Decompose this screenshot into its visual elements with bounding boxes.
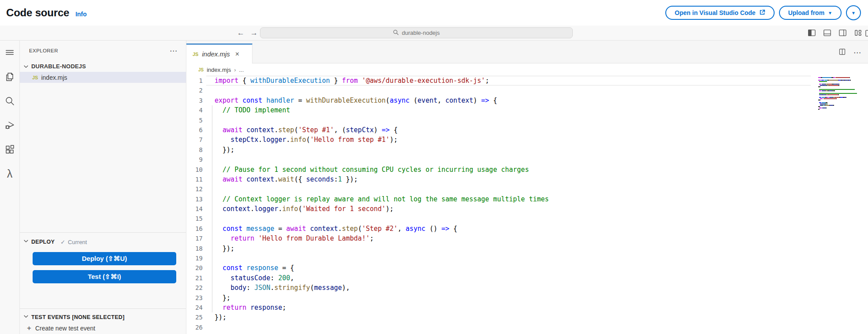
page-title: Code source: [6, 7, 69, 19]
toggle-panel-icon[interactable]: [823, 28, 832, 37]
line-number: 12: [186, 184, 206, 194]
code-line: 18 });: [186, 244, 868, 253]
deploy-title: DEPLOY: [31, 239, 55, 245]
open-in-vscode-label: Open in Visual Studio Code: [675, 9, 755, 16]
explorer-title: EXPLORER: [29, 48, 58, 53]
file-row-index-mjs[interactable]: JS index.mjs: [20, 72, 186, 83]
breadcrumb[interactable]: JS index.mjs › ...: [186, 63, 868, 76]
code-lines: 1import { withDurableExecution } from '@…: [186, 76, 868, 332]
clipped-layout-icon[interactable]: [864, 29, 868, 40]
line-number: 13: [186, 194, 206, 204]
line-number: 7: [186, 135, 206, 145]
toggle-secondary-sidebar-icon[interactable]: [838, 28, 847, 37]
deploy-section: DEPLOY ✓ Current Deploy (⇧⌘U) Test (⇧⌘I): [20, 232, 186, 308]
folder-row-durable-nodejs[interactable]: DURABLE-NODEJS: [20, 61, 186, 72]
line-number: 21: [186, 273, 206, 283]
lambda-icon[interactable]: λ: [4, 168, 15, 179]
line-number: 16: [186, 224, 206, 234]
code-line: 14 context.logger.info('Waited for 1 sec…: [186, 204, 868, 214]
command-center-search[interactable]: durable-nodejs: [260, 27, 573, 38]
line-number: 8: [186, 145, 206, 155]
code-source-header: Code source Info Open in Visual Studio C…: [0, 0, 868, 26]
caret-down-icon: ▼: [828, 11, 832, 15]
chevron-down-icon: [23, 238, 29, 246]
explorer-more-icon[interactable]: ⋯: [170, 46, 178, 56]
code-line: 21 statusCode: 200,: [186, 273, 868, 283]
line-number: 3: [186, 96, 206, 105]
code-line: 3export const handler = withDurableExecu…: [186, 96, 868, 105]
close-tab-icon[interactable]: ×: [235, 51, 239, 58]
line-number: 1: [186, 76, 206, 85]
test-events-header[interactable]: TEST EVENTS [NONE SELECTED]: [20, 312, 186, 323]
deploy-section-header[interactable]: DEPLOY ✓ Current: [20, 237, 186, 247]
deploy-button[interactable]: Deploy (⇧⌘U): [33, 252, 176, 265]
activity-bar: λ: [0, 41, 20, 334]
split-editor-icon[interactable]: [838, 48, 846, 58]
info-link[interactable]: Info: [75, 11, 87, 18]
check-icon: ✓: [60, 239, 65, 245]
line-number: 20: [186, 263, 206, 273]
upload-from-label: Upload from: [788, 9, 824, 16]
toggle-primary-sidebar-icon[interactable]: [807, 28, 816, 37]
tab-index-mjs[interactable]: JS index.mjs ×: [186, 44, 252, 63]
file-label: index.mjs: [41, 74, 67, 81]
run-and-debug-icon[interactable]: [4, 119, 15, 131]
code-line: 20 const response = {: [186, 263, 868, 273]
code-line: 6 await context.step('Step #1', (stepCtx…: [186, 125, 868, 135]
command-center-text: durable-nodejs: [402, 30, 440, 36]
line-number: 14: [186, 204, 206, 214]
open-in-vscode-button[interactable]: Open in Visual Studio Code: [665, 6, 774, 20]
more-actions-button[interactable]: ▼: [846, 5, 861, 20]
tab-bar: JS index.mjs × ⋯: [186, 41, 868, 63]
code-line: 11 await context.wait({ seconds:1 });: [186, 174, 868, 184]
customize-layout-icon[interactable]: [853, 28, 863, 37]
upload-from-button[interactable]: Upload from ▼: [779, 6, 842, 20]
menu-icon[interactable]: [4, 47, 15, 58]
navigate-forward-icon[interactable]: →: [250, 29, 258, 37]
tab-label: index.mjs: [202, 50, 230, 58]
breadcrumb-separator-icon: ›: [234, 67, 236, 73]
lambda-glyph: λ: [7, 168, 13, 179]
line-number: 17: [186, 234, 206, 243]
line-number: 15: [186, 214, 206, 223]
code-line: 8 });: [186, 145, 868, 155]
code-line: 25});: [186, 312, 868, 322]
code-line: 13 // Context logger is replay aware and…: [186, 194, 868, 204]
breadcrumb-file[interactable]: index.mjs: [207, 67, 231, 73]
test-events-title: TEST EVENTS [NONE SELECTED]: [31, 314, 125, 320]
code-line: 5: [186, 115, 868, 125]
search-icon[interactable]: [4, 95, 15, 107]
folder-label: DURABLE-NODEJS: [31, 63, 86, 70]
code-line: 10 // Pause for 1 second without consumi…: [186, 165, 868, 174]
line-number: 6: [186, 125, 206, 135]
create-test-event-label: Create new test event: [35, 325, 95, 332]
line-number: 9: [186, 155, 206, 164]
test-button[interactable]: Test (⇧⌘I): [33, 270, 176, 283]
deploy-status: Current: [68, 239, 87, 245]
line-number: 19: [186, 253, 206, 263]
code-line: 7 stepCtx.logger.info('Hello from step #…: [186, 135, 868, 145]
editor-more-actions-icon[interactable]: ⋯: [853, 48, 862, 57]
explorer-icon[interactable]: [4, 71, 15, 82]
line-number: 25: [186, 312, 206, 322]
code-line: 12: [186, 184, 868, 194]
caret-down-icon: ▼: [851, 11, 856, 15]
code-line: 19: [186, 253, 868, 263]
code-line: 9: [186, 155, 868, 164]
search-icon: [393, 30, 399, 37]
test-events-section: TEST EVENTS [NONE SELECTED] + Create new…: [20, 308, 186, 334]
external-link-icon: [759, 9, 765, 17]
minimap[interactable]: [818, 77, 859, 111]
js-file-icon: JS: [32, 75, 38, 80]
js-file-icon: JS: [193, 52, 198, 57]
line-number: 24: [186, 303, 206, 312]
navigate-back-icon[interactable]: ←: [237, 29, 245, 37]
breadcrumb-symbol[interactable]: ...: [239, 67, 244, 73]
extensions-icon[interactable]: [4, 144, 15, 155]
code-line: 2: [186, 85, 868, 95]
create-test-event-button[interactable]: + Create new test event: [20, 323, 186, 334]
code-line: 22 body: JSON.stringify(message),: [186, 283, 868, 293]
code-editor[interactable]: 1import { withDurableExecution } from '@…: [186, 76, 868, 334]
code-line: 23 };: [186, 293, 868, 303]
sidebar: EXPLORER ⋯ DURABLE-NODEJS JS index.mjs D…: [20, 41, 186, 334]
